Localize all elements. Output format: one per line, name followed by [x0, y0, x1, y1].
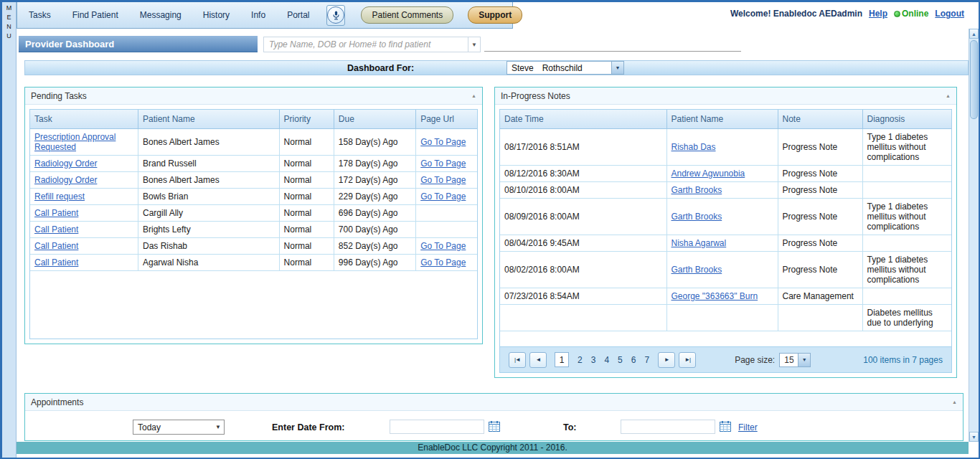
support-button[interactable]: Support: [468, 6, 522, 24]
vertical-scrollbar[interactable]: ▲ ▼: [969, 29, 979, 442]
patient-link[interactable]: Rishab Das: [672, 142, 716, 152]
top-navigation-bar: TasksFind PatientMessagingHistoryInfoPor…: [17, 2, 513, 29]
nav-item[interactable]: Info: [251, 10, 265, 20]
page-number-link[interactable]: 4: [604, 355, 609, 365]
go-to-page-link[interactable]: Go To Page: [420, 137, 466, 147]
patient-comments-button[interactable]: Patient Comments: [361, 6, 453, 24]
nav-item[interactable]: History: [203, 10, 230, 20]
patient-link[interactable]: Garth Brooks: [672, 212, 722, 222]
col-priority[interactable]: Priority: [279, 110, 334, 129]
go-to-page-link[interactable]: Go To Page: [420, 241, 466, 251]
page-size-select[interactable]: 15 ▼: [779, 353, 811, 367]
col-patient-name[interactable]: Patient Name: [138, 110, 279, 129]
cell-priority: Normal: [279, 129, 334, 156]
scroll-up-icon[interactable]: ▲: [969, 29, 979, 39]
cell-patient-name: Brand Russell: [138, 156, 279, 172]
nav-item[interactable]: Portal: [287, 10, 309, 20]
date-from-input[interactable]: [390, 420, 484, 434]
task-link[interactable]: Radiology Order: [34, 158, 97, 169]
cell-patient-name: Bones Albert James: [138, 172, 279, 189]
collapse-icon[interactable]: ▲: [471, 93, 476, 98]
voice-dictation-button[interactable]: [326, 5, 345, 26]
page-number-link[interactable]: 5: [618, 355, 623, 365]
cell-page-url: [416, 222, 477, 238]
chevron-down-icon[interactable]: ▼: [611, 62, 623, 74]
date-range-select[interactable]: Today ▼: [133, 420, 225, 435]
task-link[interactable]: Call Patient: [34, 224, 78, 235]
help-link[interactable]: Help: [869, 9, 887, 19]
patient-link[interactable]: Nisha Agarwal: [672, 238, 727, 248]
task-link[interactable]: Call Patient: [34, 241, 78, 251]
menu-strip[interactable]: MENU: [2, 2, 17, 458]
logout-link[interactable]: Logout: [935, 9, 964, 19]
calendar-icon[interactable]: [489, 421, 500, 432]
page-number-link[interactable]: 7: [644, 355, 649, 365]
collapse-icon[interactable]: ▲: [952, 399, 957, 404]
patient-link[interactable]: Garth Brooks: [672, 185, 722, 195]
pager-next-button[interactable]: ►: [658, 352, 675, 368]
cell-due: 852 Day(s) Ago: [334, 238, 415, 255]
secondary-inline-input[interactable]: [484, 37, 741, 52]
col-date-time[interactable]: Date Time: [500, 110, 666, 129]
task-link[interactable]: Refill request: [34, 191, 85, 202]
table-row: 08/17/2016 8:51AM Rishab Das Progress No…: [500, 129, 951, 166]
cell-priority: Normal: [279, 255, 334, 271]
cell-note: Progress Note: [778, 129, 862, 166]
cell-due: 178 Day(s) Ago: [334, 156, 415, 172]
cell-page-url: Go To Page: [416, 238, 477, 255]
page-number-link[interactable]: 3: [591, 355, 596, 365]
cell-patient-name: Bowls Brian: [138, 189, 279, 205]
online-status-icon: [894, 11, 900, 17]
nav-item[interactable]: Tasks: [29, 10, 51, 20]
table-row: Radiology Order Brand Russell Normal 178…: [30, 156, 477, 172]
page-number-link[interactable]: 6: [631, 355, 636, 365]
filter-link[interactable]: Filter: [738, 422, 758, 432]
go-to-page-link[interactable]: Go To Page: [420, 175, 466, 185]
task-link[interactable]: Prescription Approval Requested: [34, 132, 116, 152]
table-row: Call Patient Agarwal Nisha Normal 996 Da…: [30, 255, 477, 271]
scroll-down-icon[interactable]: ▼: [969, 432, 979, 442]
go-to-page-link[interactable]: Go To Page: [420, 158, 466, 169]
col-due[interactable]: Due: [334, 110, 415, 129]
cell-diagnosis: [862, 235, 951, 252]
find-patient-dropdown-button[interactable]: ▼: [468, 37, 481, 52]
pager-first-button[interactable]: |◄: [509, 352, 526, 368]
pager-last-button[interactable]: ►|: [679, 352, 696, 368]
task-link[interactable]: Call Patient: [34, 208, 78, 218]
nav-item[interactable]: Messaging: [140, 10, 182, 20]
cell-task: Call Patient: [30, 255, 138, 271]
col-diagnosis[interactable]: Diagnosis: [862, 110, 951, 129]
col-page-url[interactable]: Page Url: [416, 110, 477, 129]
cell-date-time: 08/10/2016 8:00AM: [500, 182, 666, 199]
cell-page-url: [416, 205, 477, 222]
page-title: Provider Dashboard: [19, 36, 258, 52]
chevron-down-icon: ▼: [212, 424, 224, 430]
go-to-page-link[interactable]: Go To Page: [420, 191, 466, 202]
dashboard-for-select[interactable]: SteveRothschild ▼: [507, 61, 624, 75]
date-to-input[interactable]: [621, 420, 715, 434]
patient-link[interactable]: George "363663" Burn: [672, 291, 758, 301]
calendar-icon[interactable]: [720, 421, 731, 432]
col-note[interactable]: Note: [778, 110, 862, 129]
cell-patient-name: George "363663" Burn: [666, 288, 778, 305]
patient-link[interactable]: Andrew Agwunobia: [672, 169, 745, 179]
pager-prev-button[interactable]: ◄: [529, 352, 547, 368]
col-task[interactable]: Task: [30, 110, 138, 129]
find-patient-input[interactable]: [263, 37, 468, 52]
pending-tasks-grid: Task Patient Name Priority Due Page Url …: [29, 109, 478, 339]
task-link[interactable]: Call Patient: [34, 257, 78, 268]
page-number-link[interactable]: 2: [578, 355, 583, 365]
nav-item[interactable]: Find Patient: [72, 10, 118, 20]
pager-current-page[interactable]: 1: [555, 352, 569, 367]
collapse-icon[interactable]: ▲: [946, 93, 951, 98]
col-patient-name[interactable]: Patient Name: [666, 110, 778, 129]
in-progress-notes-grid: Date Time Patient Name Note Diagnosis 08…: [499, 109, 952, 373]
cell-diagnosis: Type 1 diabetes mellitus without complic…: [862, 252, 951, 288]
scrollbar-thumb[interactable]: [970, 40, 978, 119]
go-to-page-link[interactable]: Go To Page: [420, 257, 466, 268]
cell-page-url: Go To Page: [416, 255, 477, 271]
patient-link[interactable]: Garth Brooks: [672, 265, 722, 275]
task-link[interactable]: Radiology Order: [34, 175, 97, 185]
dashboard-for-band: Dashboard For: SteveRothschild ▼: [24, 60, 969, 75]
cell-patient-name: Garth Brooks: [666, 182, 778, 199]
